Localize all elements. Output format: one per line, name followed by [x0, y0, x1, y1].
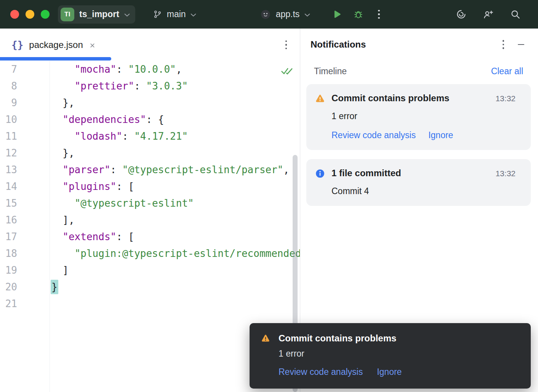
bug-icon — [353, 9, 363, 19]
line-number: 10 — [0, 114, 17, 125]
code-token: , — [176, 64, 182, 75]
code-line[interactable]: 18 "plugin:@typescript-eslint/recommende… — [0, 245, 300, 262]
code-token: "10.0.0" — [128, 64, 176, 75]
line-number: 12 — [0, 147, 17, 159]
line-number: 18 — [0, 248, 17, 259]
fullscreen-window-button[interactable] — [41, 10, 50, 19]
code-token: : — [122, 131, 134, 142]
line-number: 19 — [0, 265, 17, 276]
code-line[interactable]: 7 "mocha": "10.0.0", — [0, 61, 300, 78]
code-line[interactable]: 19 ] — [0, 262, 300, 279]
code-token — [51, 114, 62, 125]
minimize-window-button[interactable] — [26, 10, 34, 19]
code-text: ], — [51, 214, 75, 226]
chevron-down-icon — [304, 13, 310, 17]
code-token: "extends" — [62, 231, 116, 242]
code-line[interactable]: 10 "dependencies": { — [0, 111, 300, 128]
close-tab-icon[interactable] — [89, 42, 96, 49]
line-number: 20 — [0, 281, 17, 293]
panel-title: Notifications — [311, 39, 503, 50]
panel-options-button[interactable] — [503, 40, 504, 49]
git-branch-icon — [153, 10, 162, 19]
code-token: }, — [51, 97, 75, 108]
tab-package-json[interactable]: {} package.json — [0, 39, 96, 51]
code-token: : — [116, 64, 128, 75]
line-number: 9 — [0, 97, 17, 108]
toast-header: Commit contains problems — [261, 333, 519, 344]
code-line[interactable]: 17 "extends": [ — [0, 228, 300, 245]
code-token: ] — [51, 265, 69, 276]
code-line[interactable]: 15 "@typescript-eslint" — [0, 195, 300, 212]
code-line[interactable]: 13 "parser": "@typescript-eslint/parser"… — [0, 161, 300, 178]
code-text: "dependencies": { — [51, 114, 164, 125]
code-token: : { — [146, 114, 164, 125]
code-token: "3.0.3" — [146, 80, 188, 92]
more-actions-button[interactable] — [378, 10, 380, 19]
code-token: "@typescript-eslint/parser" — [122, 164, 283, 175]
code-line[interactable]: 14 "plugins": [ — [0, 178, 300, 195]
run-button[interactable] — [331, 9, 342, 19]
code-token: ], — [51, 214, 75, 226]
close-window-button[interactable] — [10, 10, 19, 19]
code-token: : — [134, 80, 146, 92]
notification-time: 13:32 — [495, 169, 516, 178]
notifications-header: Notifications — [300, 29, 538, 50]
code-text: } — [51, 281, 58, 293]
code-token: : [ — [116, 181, 134, 192]
notification-action-ignore[interactable]: Ignore — [428, 130, 453, 140]
code-text: "@typescript-eslint" — [51, 198, 194, 209]
project-name: ts_import — [79, 9, 119, 19]
notification-toast: Commit contains problems 1 error Review … — [250, 323, 531, 389]
tab-label: package.json — [29, 40, 83, 50]
line-number: 15 — [0, 198, 17, 209]
code-token: "4.17.21" — [134, 131, 188, 142]
code-token — [51, 80, 75, 92]
code-text: "lodash": "4.17.21" — [51, 131, 188, 142]
line-number: 16 — [0, 214, 17, 226]
code-token: "prettier" — [75, 80, 134, 92]
timeline-section-label: Timeline — [314, 66, 491, 76]
branch-name: main — [167, 9, 186, 19]
debug-button[interactable] — [353, 9, 363, 19]
run-configuration-widget[interactable]: app.ts — [260, 9, 311, 20]
code-text: "extends": [ — [51, 231, 134, 242]
gutter-separator — [50, 61, 50, 392]
commit-checks-passed-icon — [281, 66, 293, 78]
hide-panel-button[interactable] — [518, 44, 524, 45]
ai-assistant-icon[interactable] — [456, 9, 466, 19]
notification-header: Commit contains problems13:32 — [331, 93, 516, 104]
notification-action-review-code-analysis[interactable]: Review code analysis — [331, 130, 416, 140]
code-line[interactable]: 9 }, — [0, 94, 300, 111]
code-line[interactable]: 8 "prettier": "3.0.3" — [0, 78, 300, 94]
notification-actions: Review code analysisIgnore — [331, 130, 516, 140]
code-with-me-icon[interactable] — [483, 9, 493, 19]
window-controls — [0, 10, 50, 19]
notification-title: Commit contains problems — [331, 93, 491, 104]
line-number: 17 — [0, 231, 17, 242]
toast-action-review-code-analysis[interactable]: Review code analysis — [279, 367, 363, 377]
run-config-name: app.ts — [276, 9, 300, 19]
clear-all-link[interactable]: Clear all — [491, 66, 523, 76]
notification-body: Commit 4 — [331, 186, 516, 196]
code-token: "dependencies" — [62, 114, 146, 125]
code-text: "parser": "@typescript-eslint/parser", — [51, 164, 289, 175]
code-line[interactable]: 20} — [0, 279, 300, 295]
toast-body: 1 error — [279, 349, 519, 359]
toast-actions: Review code analysisIgnore — [279, 367, 519, 377]
code-token — [51, 198, 75, 209]
code-line[interactable]: 12 }, — [0, 145, 300, 161]
code-token — [51, 181, 62, 192]
toast-action-ignore[interactable]: Ignore — [377, 367, 402, 377]
code-token: "plugins" — [62, 181, 116, 192]
code-line[interactable]: 11 "lodash": "4.17.21" — [0, 128, 300, 145]
active-tab-indicator — [0, 57, 111, 61]
editor-tab-bar: {} package.json — [0, 29, 300, 61]
line-number: 14 — [0, 181, 17, 192]
branch-widget[interactable]: main — [153, 9, 196, 19]
tab-options-button[interactable] — [285, 40, 287, 49]
code-line[interactable]: 16 ], — [0, 212, 300, 228]
editor-code: 7 "mocha": "10.0.0",8 "prettier": "3.0.3… — [0, 61, 300, 312]
code-line[interactable]: 21 — [0, 295, 300, 312]
project-widget[interactable]: TI ts_import — [58, 5, 135, 24]
search-icon[interactable] — [510, 9, 520, 19]
